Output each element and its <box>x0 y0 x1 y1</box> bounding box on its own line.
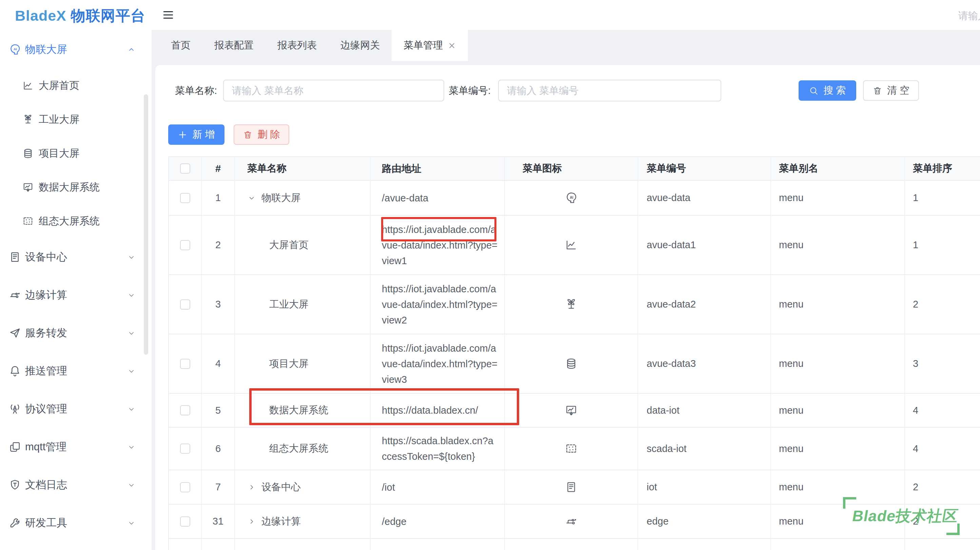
row-index: 7 <box>202 470 235 504</box>
watermark-text: Blade技术社区 <box>851 506 960 526</box>
tab-menu-management[interactable]: 菜单管理 <box>392 30 468 61</box>
menu-name-input[interactable] <box>223 80 444 102</box>
sidebar-nav: 物联大屏 大屏首页 工业大屏 项目大屏 数据大屏系统 <box>0 30 151 542</box>
chevron-down-icon <box>127 442 136 451</box>
expand-chevron-right-icon[interactable] <box>247 483 256 492</box>
windmill-icon <box>22 114 33 125</box>
row-index: 1 <box>202 181 235 215</box>
table-row: 3 工业大屏 https://iot.javablade.com/avue-da… <box>169 275 980 334</box>
sidebar-item-push-management[interactable]: 推送管理 <box>0 352 151 390</box>
sidebar-item-label: 大屏首页 <box>39 79 80 92</box>
watermark-corner-bottom-right <box>947 523 960 535</box>
database-icon <box>22 148 33 159</box>
header-menu-code: 菜单编号 <box>638 157 771 180</box>
sidebar-item-edge-computing[interactable]: 边缘计算 <box>0 276 151 314</box>
menu-sort-cell: 4 <box>905 394 980 427</box>
menu-sort-cell: 2 <box>905 275 980 334</box>
sidebar-item-device-center[interactable]: 设备中心 <box>0 238 151 276</box>
sidebar-item-label: 协议管理 <box>25 402 67 416</box>
sidebar-item-service-forward[interactable]: 服务转发 <box>0 314 151 352</box>
edge-circuit-icon <box>9 289 21 301</box>
tab-home[interactable]: 首页 <box>159 30 202 61</box>
sidebar-item-label: 工业大屏 <box>39 113 80 127</box>
menu-name-cell: 物联大屏 <box>235 181 371 215</box>
menu-name-text: 工业大屏 <box>269 298 309 311</box>
database-icon <box>565 358 578 370</box>
row-index: 31 <box>202 505 235 538</box>
sidebar-item-scada-screen-system[interactable]: 组态大屏系统 <box>0 204 151 238</box>
sidebar-item-project-screen[interactable]: 项目大屏 <box>0 136 151 170</box>
menu-name-cell: 服务转发 <box>235 539 371 550</box>
topbar-search-placeholder[interactable]: 请输入 <box>958 0 980 30</box>
tab-label: 报表配置 <box>214 39 254 52</box>
hamburger-menu-icon[interactable] <box>162 8 175 21</box>
menu-name-cell: 项目大屏 <box>235 334 371 393</box>
sidebar-item-iot-screens[interactable]: 物联大屏 <box>0 30 151 68</box>
sidebar-item-label: 数据大屏系统 <box>39 180 100 194</box>
menu-code-cell: avue-data1 <box>638 216 771 274</box>
line-chart-icon <box>565 239 578 251</box>
route-cell: https://iot.javablade.com/avue-data/inde… <box>371 275 505 334</box>
sidebar-item-dev-tools[interactable]: 研发工具 <box>0 504 151 542</box>
brand-secondary: 物联网平台 <box>71 8 145 24</box>
row-checkbox[interactable] <box>180 240 190 250</box>
menu-code-cell: server <box>638 539 771 550</box>
tab-edge-gateway[interactable]: 边缘网关 <box>329 30 392 61</box>
table-row: 1 物联大屏 /avue-data avue-data menu 1 <box>169 181 980 216</box>
tab-label: 菜单管理 <box>404 39 443 52</box>
clear-button[interactable]: 清 空 <box>863 80 919 101</box>
menu-code-cell: scada-iot <box>638 428 771 470</box>
chevron-up-icon <box>127 45 136 54</box>
row-checkbox[interactable] <box>180 405 190 415</box>
add-button[interactable]: 新 增 <box>168 124 224 145</box>
close-icon[interactable] <box>448 41 456 50</box>
search-button[interactable]: 搜 索 <box>799 80 856 101</box>
tab-report-list[interactable]: 报表列表 <box>266 30 329 61</box>
sidebar-item-doc-log[interactable]: 文档日志 <box>0 466 151 504</box>
row-checkbox[interactable] <box>180 482 190 492</box>
menu-code-input[interactable] <box>498 80 721 102</box>
menu-icon-cell <box>505 216 638 274</box>
menu-code-cell: avue-data <box>638 181 771 215</box>
menu-sort-cell: 1 <box>905 216 980 274</box>
sidebar-item-industry-screen[interactable]: 工业大屏 <box>0 102 151 136</box>
row-checkbox[interactable] <box>180 299 190 310</box>
app-window: BladeX 物联网平台 物联大屏 大屏首页 工业大屏 <box>0 0 980 550</box>
header-menu-sort: 菜单排序 <box>905 157 980 180</box>
content-card: 菜单名称: 菜单编号: 搜 索 清 空 新 增 删 <box>155 65 980 550</box>
sidebar-item-data-screen-system[interactable]: 数据大屏系统 <box>0 170 151 204</box>
chevron-down-icon <box>127 405 136 414</box>
tab-bar: 首页 报表配置 报表列表 边缘网关 菜单管理 <box>151 30 980 61</box>
expand-chevron-down-icon[interactable] <box>247 194 256 202</box>
sidebar-scrollbar[interactable] <box>144 94 148 355</box>
menu-code-cell: data-iot <box>638 394 771 427</box>
menu-name-label: 菜单名称: <box>175 79 217 102</box>
row-checkbox[interactable] <box>180 359 190 369</box>
menu-alias-cell: menu <box>771 334 905 393</box>
search-button-label: 搜 索 <box>823 84 846 97</box>
brand-logo: BladeX 物联网平台 <box>15 6 145 26</box>
menu-name-text: 设备中心 <box>261 480 301 494</box>
delete-button[interactable]: 删 除 <box>234 124 289 145</box>
sidebar-item-protocol-management[interactable]: 协议管理 <box>0 390 151 428</box>
sidebar-item-screen-home[interactable]: 大屏首页 <box>0 68 151 102</box>
annotation-box-url <box>381 217 496 242</box>
header-route: 路由地址 <box>371 157 505 180</box>
menu-sort-cell: 4 <box>905 428 980 470</box>
tab-report-config[interactable]: 报表配置 <box>202 30 266 61</box>
menu-table: # 菜单名称 路由地址 菜单图标 菜单编号 菜单别名 菜单排序 1 物联大屏 <box>168 156 980 550</box>
sidebar-item-mqtt-management[interactable]: mqtt管理 <box>0 428 151 466</box>
ai-head-icon <box>9 43 21 56</box>
sidebar-item-label: mqtt管理 <box>25 440 67 454</box>
monitor-chart-icon <box>22 182 33 193</box>
row-checkbox[interactable] <box>180 443 190 454</box>
sidebar-item-label: 推送管理 <box>25 364 67 378</box>
scada-grid-icon <box>22 216 33 227</box>
menu-code-cell: iot <box>638 470 771 504</box>
row-checkbox[interactable] <box>180 517 190 526</box>
select-all-checkbox[interactable] <box>180 164 190 173</box>
row-index: 5 <box>202 394 235 427</box>
row-checkbox[interactable] <box>180 193 190 203</box>
expand-chevron-right-icon[interactable] <box>247 517 256 526</box>
bell-icon <box>9 365 21 377</box>
